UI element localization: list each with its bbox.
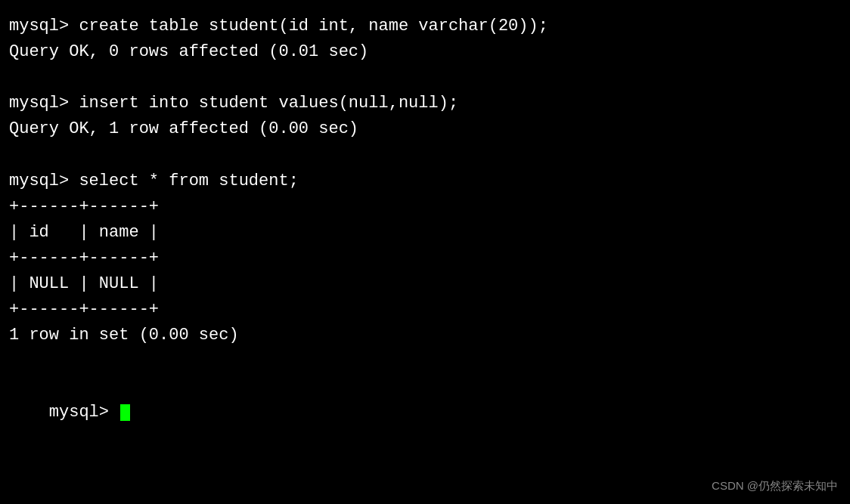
prompt-text: mysql>	[49, 403, 119, 422]
line-4: mysql> insert into student values(null,n…	[9, 91, 841, 116]
terminal-window: mysql> create table student(id int, name…	[0, 0, 850, 504]
line-6-blank	[9, 142, 841, 168]
line-8: +------+------+	[9, 194, 841, 220]
line-1: mysql> create table student(id int, name…	[9, 14, 841, 39]
line-7: mysql> select * from student;	[9, 169, 841, 194]
line-5: Query OK, 1 row affected (0.00 sec)	[9, 116, 841, 142]
line-11: | NULL | NULL |	[9, 271, 841, 297]
line-15-prompt[interactable]: mysql>	[9, 374, 841, 451]
line-13: 1 row in set (0.00 sec)	[9, 323, 841, 348]
line-10: +------+------+	[9, 246, 841, 271]
line-2: Query OK, 0 rows affected (0.01 sec)	[9, 39, 841, 65]
line-14-blank	[9, 348, 841, 374]
watermark: CSDN @仍然探索未知中	[712, 479, 838, 493]
line-9: | id | name |	[9, 220, 841, 246]
cursor-block	[120, 404, 130, 421]
line-3-blank	[9, 65, 841, 91]
line-12: +------+------+	[9, 297, 841, 323]
